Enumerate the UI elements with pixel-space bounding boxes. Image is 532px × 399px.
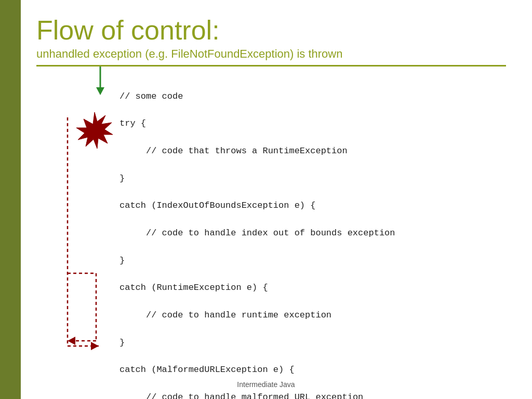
svg-marker-2: [76, 112, 113, 149]
code-line-2: try {: [119, 118, 146, 128]
code-line-4: }: [119, 174, 125, 183]
slide: Flow of control: unhandled exception (e.…: [0, 0, 532, 399]
slide-subtitle: unhandled exception (e.g. FileNotFoundEx…: [36, 47, 506, 61]
svg-marker-9: [68, 337, 75, 345]
code-line-5: catch (IndexOutOfBoundsException e) {: [119, 201, 315, 210]
code-line-11: catch (MalformedURLException e) {: [119, 365, 295, 375]
divider: [36, 65, 506, 66]
code-line-3: // code that throws a RuntimeException: [119, 146, 348, 156]
code-line-9: // code to handle runtime exception: [119, 310, 331, 320]
svg-marker-1: [96, 87, 104, 95]
slide-title: Flow of control:: [36, 16, 506, 45]
code-line-12: // code to handle malformed URL exceptio…: [119, 392, 363, 399]
code-line-8: catch (RuntimeException e) {: [119, 283, 268, 292]
code-line-10: }: [119, 338, 125, 348]
content: Flow of control: unhandled exception (e.…: [36, 16, 506, 399]
green-down-arrow: [96, 66, 104, 95]
code-line-6: // code to handle index out of bounds ex…: [119, 228, 395, 238]
footer-text: Intermediate Java: [237, 380, 295, 389]
finally-bracket: [62, 268, 104, 351]
explosion-icon: [75, 111, 114, 150]
code-block: // some code try { // code that throws a…: [119, 76, 506, 399]
code-line-1: // some code: [119, 91, 183, 101]
code-line-7: }: [119, 256, 125, 265]
sidebar-stripe: [0, 0, 21, 399]
code-area: // some code try { // code that throws a…: [68, 76, 506, 399]
